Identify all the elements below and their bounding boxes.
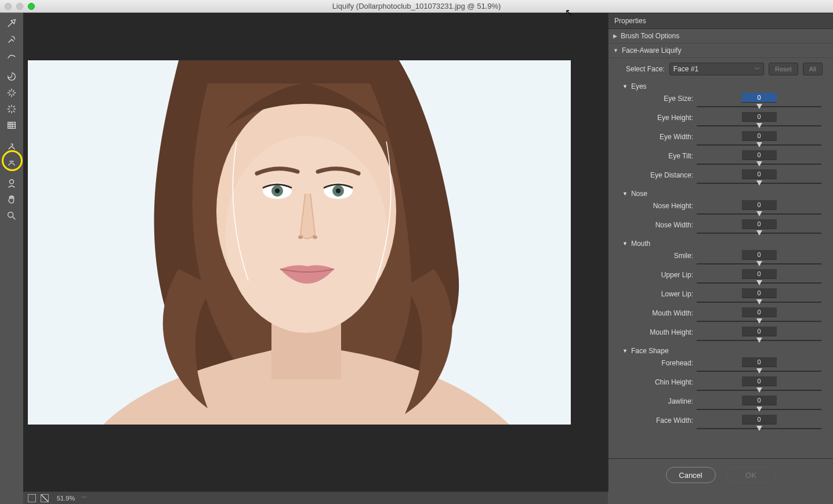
eye-tilt-value[interactable] bbox=[742, 150, 777, 160]
thaw-mask-tool[interactable] bbox=[5, 155, 19, 169]
mouth-height-slider[interactable] bbox=[697, 338, 821, 343]
eye-distance-slider[interactable] bbox=[697, 180, 821, 186]
upper-lip-slider-row: Upper Lip: bbox=[609, 268, 833, 287]
forehead-value[interactable] bbox=[742, 357, 777, 367]
lower-lip-slider[interactable] bbox=[697, 299, 821, 305]
nose-height-value[interactable] bbox=[742, 200, 777, 210]
eye-distance-value[interactable] bbox=[742, 169, 777, 179]
mouth-width-slider[interactable] bbox=[697, 318, 821, 324]
nose-width-value[interactable] bbox=[742, 219, 777, 229]
slider-thumb-icon[interactable] bbox=[756, 142, 762, 147]
mouth-width-slider-row: Mouth Width: bbox=[609, 306, 833, 325]
forehead-slider[interactable] bbox=[697, 368, 821, 374]
mouth-group-header[interactable]: ▼ Mouth bbox=[609, 237, 833, 249]
eye-tilt-slider[interactable] bbox=[697, 161, 821, 167]
select-face-dropdown[interactable]: Face #1 ﹀ bbox=[669, 63, 764, 75]
smile-slider[interactable] bbox=[697, 261, 821, 267]
slider-thumb-icon[interactable] bbox=[756, 211, 762, 216]
slider-thumb-icon[interactable] bbox=[756, 338, 762, 343]
brush-tool-options-section[interactable]: ▶ Brush Tool Options bbox=[609, 29, 833, 43]
eye-size-slider-row: Eye Size: bbox=[609, 92, 833, 111]
nose-group-header[interactable]: ▼ Nose bbox=[609, 187, 833, 199]
triangle-down-icon: ▼ bbox=[622, 84, 628, 89]
slider-thumb-icon[interactable] bbox=[756, 104, 762, 109]
tool-palette bbox=[0, 13, 23, 491]
portrait-placeholder bbox=[28, 60, 571, 425]
smooth-tool[interactable] bbox=[5, 49, 19, 63]
eye-height-value[interactable] bbox=[742, 112, 777, 122]
slider-thumb-icon[interactable] bbox=[756, 299, 762, 304]
zoom-level[interactable]: 51.9% bbox=[57, 495, 75, 502]
freeze-mask-tool[interactable] bbox=[5, 139, 19, 153]
triangle-down-icon: ▼ bbox=[613, 48, 618, 53]
mouth-height-label: Mouth Height: bbox=[626, 327, 697, 336]
lower-lip-value[interactable] bbox=[742, 288, 777, 298]
face-width-slider[interactable] bbox=[697, 426, 821, 432]
document-image[interactable] bbox=[28, 60, 571, 425]
eye-size-label: Eye Size: bbox=[626, 93, 697, 103]
all-button[interactable]: All bbox=[803, 63, 823, 75]
reconstruct-tool[interactable] bbox=[5, 32, 19, 46]
canvas-area[interactable] bbox=[23, 13, 608, 491]
eyes-group-header[interactable]: ▼ Eyes bbox=[609, 80, 833, 92]
group-label: Face Shape bbox=[631, 347, 669, 355]
eye-width-slider[interactable] bbox=[697, 142, 821, 148]
chin-height-slider[interactable] bbox=[697, 387, 821, 393]
forward-warp-tool[interactable] bbox=[5, 16, 19, 30]
mouth-height-value[interactable] bbox=[742, 327, 777, 336]
lower-lip-slider-row: Lower Lip: bbox=[609, 287, 833, 306]
jawline-slider[interactable] bbox=[697, 407, 821, 412]
face-shape-group-header[interactable]: ▼ Face Shape bbox=[609, 345, 833, 356]
slider-thumb-icon[interactable] bbox=[756, 161, 762, 166]
cancel-button[interactable]: Cancel bbox=[666, 467, 716, 483]
slider-thumb-icon[interactable] bbox=[756, 261, 762, 266]
svg-point-12 bbox=[298, 235, 303, 239]
slider-thumb-icon[interactable] bbox=[756, 318, 762, 324]
eye-width-value[interactable] bbox=[742, 131, 777, 141]
lower-lip-label: Lower Lip: bbox=[626, 288, 697, 298]
triangle-down-icon: ▼ bbox=[622, 241, 628, 246]
status-bar: 51.9% ﹀ bbox=[23, 491, 608, 504]
fit-screen-icon[interactable] bbox=[28, 494, 36, 502]
upper-lip-value[interactable] bbox=[742, 269, 777, 279]
slider-thumb-icon[interactable] bbox=[756, 426, 762, 431]
reset-button[interactable]: Reset bbox=[769, 63, 798, 75]
slider-thumb-icon[interactable] bbox=[756, 280, 762, 285]
chevron-down-icon: ﹀ bbox=[755, 66, 760, 73]
face-width-slider-row: Face Width: bbox=[609, 414, 833, 433]
slider-thumb-icon[interactable] bbox=[756, 180, 762, 186]
slider-thumb-icon[interactable] bbox=[756, 230, 762, 235]
slider-thumb-icon[interactable] bbox=[756, 407, 762, 412]
select-face-row: Select Face: Face #1 ﹀ Reset All bbox=[609, 58, 833, 80]
eye-height-slider[interactable] bbox=[697, 123, 821, 129]
ok-button[interactable]: OK bbox=[726, 467, 776, 483]
nose-width-slider[interactable] bbox=[697, 230, 821, 236]
slider-thumb-icon[interactable] bbox=[756, 387, 762, 393]
triangle-down-icon: ▼ bbox=[622, 191, 628, 197]
chin-height-value[interactable] bbox=[742, 376, 777, 386]
mouth-width-value[interactable] bbox=[742, 307, 777, 317]
forehead-label: Forehead: bbox=[626, 357, 697, 367]
slider-thumb-icon[interactable] bbox=[756, 123, 762, 128]
bloat-tool[interactable] bbox=[5, 102, 19, 116]
push-left-tool[interactable] bbox=[5, 118, 19, 132]
twirl-tool[interactable] bbox=[5, 70, 19, 84]
hand-tool[interactable] bbox=[5, 193, 19, 206]
face-tool[interactable] bbox=[5, 176, 19, 190]
eye-size-value[interactable] bbox=[742, 93, 777, 103]
smile-slider-row: Smile: bbox=[609, 249, 833, 268]
zoom-tool[interactable] bbox=[5, 209, 19, 223]
eye-size-slider[interactable] bbox=[697, 104, 821, 110]
jawline-value[interactable] bbox=[742, 396, 777, 405]
face-aware-liquify-section[interactable]: ▼ Face-Aware Liquify bbox=[609, 43, 833, 58]
forehead-slider-row: Forehead: bbox=[609, 356, 833, 375]
zoom-dropdown-icon[interactable]: ﹀ bbox=[82, 494, 87, 502]
actual-pixels-icon[interactable] bbox=[41, 494, 49, 502]
smile-value[interactable] bbox=[742, 250, 777, 260]
nose-height-slider[interactable] bbox=[697, 211, 821, 217]
upper-lip-slider[interactable] bbox=[697, 280, 821, 286]
face-width-value[interactable] bbox=[742, 415, 777, 425]
pucker-tool[interactable] bbox=[5, 86, 19, 100]
slider-thumb-icon[interactable] bbox=[756, 368, 762, 374]
triangle-right-icon: ▶ bbox=[613, 33, 617, 39]
